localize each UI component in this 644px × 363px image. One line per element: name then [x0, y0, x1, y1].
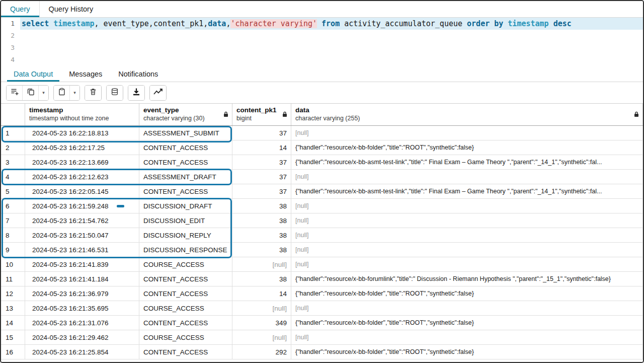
row-number-cell[interactable]: 5 — [1, 184, 25, 198]
table-row[interactable]: 112024-05-23 16:21:41.184CONTENT_ACCESS3… — [1, 272, 643, 286]
event-type-cell[interactable]: DISCUSSION_REPLY — [139, 228, 232, 242]
data-cell[interactable]: [null] — [291, 170, 643, 184]
event-type-cell[interactable]: CONTENT_ACCESS — [139, 272, 232, 286]
content-pk1-cell[interactable]: 38 — [232, 243, 291, 257]
paste-button[interactable] — [54, 86, 70, 100]
timestamp-cell[interactable]: 2024-05-23 16:21:41.839 — [25, 257, 139, 271]
event-type-cell[interactable]: CONTENT_ACCESS — [139, 286, 232, 301]
content-pk1-cell[interactable]: 14 — [232, 140, 291, 155]
event-type-cell[interactable]: DISCUSSION_EDIT — [139, 213, 232, 228]
col-header-event-type[interactable]: event_type character varying (30) — [139, 104, 232, 125]
event-type-cell[interactable]: ASSESSMENT_SUBMIT — [139, 126, 232, 140]
tab-notifications[interactable]: Notifications — [112, 66, 165, 82]
event-type-cell[interactable]: COURSE_ACCESS — [139, 330, 232, 344]
row-number-cell[interactable]: 12 — [1, 286, 25, 301]
row-number-cell[interactable]: 1 — [1, 126, 25, 140]
content-pk1-cell[interactable]: 38 — [232, 228, 291, 242]
data-cell[interactable]: [null] — [291, 243, 643, 257]
row-number-cell[interactable]: 4 — [1, 170, 25, 184]
event-type-cell[interactable]: DISCUSSION_RESPONSE — [139, 243, 232, 257]
timestamp-cell[interactable]: 2024-05-23 16:21:35.695 — [25, 301, 139, 315]
graph-visualiser-button[interactable] — [150, 86, 166, 100]
event-type-cell[interactable]: DISCUSSION_DRAFT — [139, 199, 232, 213]
copy-button[interactable] — [23, 86, 39, 100]
content-pk1-cell[interactable]: 37 — [232, 126, 291, 140]
event-type-cell[interactable]: CONTENT_ACCESS — [139, 155, 232, 169]
timestamp-cell[interactable]: 2024-05-23 16:21:29.462 — [25, 330, 139, 344]
content-pk1-cell[interactable]: [null] — [232, 330, 291, 344]
table-row[interactable]: 32024-05-23 16:22:13.669CONTENT_ACCESS37… — [1, 155, 643, 170]
content-pk1-cell[interactable]: 37 — [232, 155, 291, 169]
save-data-changes-button[interactable] — [107, 86, 123, 100]
table-row[interactable]: 92024-05-23 16:21:46.531DISCUSSION_RESPO… — [1, 243, 643, 257]
table-row[interactable]: 62024-05-23 16:21:59.248DISCUSSION_DRAFT… — [1, 199, 643, 213]
content-pk1-cell[interactable]: 37 — [232, 184, 291, 198]
tab-messages[interactable]: Messages — [62, 66, 109, 82]
paste-options-button[interactable]: ▾ — [70, 86, 79, 100]
tab-data-output[interactable]: Data Output — [7, 66, 59, 82]
timestamp-cell[interactable]: 2024-05-23 16:22:05.145 — [25, 184, 139, 198]
timestamp-cell[interactable]: 2024-05-23 16:21:59.248 — [25, 199, 139, 213]
table-row[interactable]: 102024-05-23 16:21:41.839COURSE_ACCESS[n… — [1, 257, 643, 272]
table-row[interactable]: 72024-05-23 16:21:54.762DISCUSSION_EDIT3… — [1, 213, 643, 228]
table-row[interactable]: 122024-05-23 16:21:36.979CONTENT_ACCESS1… — [1, 286, 643, 301]
event-type-cell[interactable]: CONTENT_ACCESS — [139, 316, 232, 330]
add-row-button[interactable] — [7, 86, 23, 100]
code-area[interactable]: select timestamp, event_type,content_pk1… — [20, 18, 643, 66]
event-type-cell[interactable]: ASSESSMENT_DRAFT — [139, 170, 232, 184]
content-pk1-cell[interactable]: 38 — [232, 199, 291, 213]
event-type-cell[interactable]: CONTENT_ACCESS — [139, 140, 232, 155]
timestamp-cell[interactable]: 2024-05-23 16:22:12.623 — [25, 170, 139, 184]
row-number-cell[interactable]: 8 — [1, 228, 25, 242]
row-number-cell[interactable]: 13 — [1, 301, 25, 315]
event-type-cell[interactable]: COURSE_ACCESS — [139, 301, 232, 315]
tab-query-history[interactable]: Query History — [40, 1, 103, 17]
row-number-cell[interactable]: 11 — [1, 272, 25, 286]
row-number-cell[interactable]: 3 — [1, 155, 25, 169]
timestamp-cell[interactable]: 2024-05-23 16:21:50.047 — [25, 228, 139, 242]
content-pk1-cell[interactable]: 37 — [232, 170, 291, 184]
data-cell[interactable]: {"handler":"resource/x-bb-folder","title… — [291, 345, 643, 359]
data-cell[interactable]: [null] — [291, 257, 643, 271]
row-number-header[interactable] — [1, 104, 25, 125]
row-number-cell[interactable]: 10 — [1, 257, 25, 271]
sql-code-line-3[interactable] — [20, 42, 643, 54]
sql-editor[interactable]: 1234 select timestamp, event_type,conten… — [1, 18, 643, 66]
timestamp-cell[interactable]: 2024-05-23 16:21:31.076 — [25, 316, 139, 330]
content-pk1-cell[interactable]: 292 — [232, 345, 291, 359]
table-row[interactable]: 42024-05-23 16:22:12.623ASSESSMENT_DRAFT… — [1, 170, 643, 184]
timestamp-cell[interactable]: 2024-05-23 16:21:25.854 — [25, 345, 139, 359]
data-cell[interactable]: [null] — [291, 330, 643, 344]
row-number-cell[interactable]: 6 — [1, 199, 25, 213]
data-cell[interactable]: {"handler":"resource/x-bb-asmt-test-link… — [291, 155, 643, 169]
data-cell[interactable]: [null] — [291, 199, 643, 213]
content-pk1-cell[interactable]: 38 — [232, 272, 291, 286]
save-results-to-file-button[interactable] — [128, 86, 144, 100]
table-row[interactable]: 82024-05-23 16:21:50.047DISCUSSION_REPLY… — [1, 228, 643, 243]
tab-query[interactable]: Query — [1, 1, 40, 17]
delete-row-button[interactable] — [85, 86, 101, 100]
data-cell[interactable]: [null] — [291, 126, 643, 140]
row-number-cell[interactable]: 16 — [1, 345, 25, 359]
row-number-cell[interactable]: 15 — [1, 330, 25, 344]
table-row[interactable]: 132024-05-23 16:21:35.695COURSE_ACCESS[n… — [1, 301, 643, 316]
content-pk1-cell[interactable]: 38 — [232, 213, 291, 228]
data-cell[interactable]: {"handler":"resource/x-bb-folder","title… — [291, 316, 643, 330]
event-type-cell[interactable]: COURSE_ACCESS — [139, 257, 232, 271]
row-number-cell[interactable]: 14 — [1, 316, 25, 330]
table-row[interactable]: 162024-05-23 16:21:25.854CONTENT_ACCESS2… — [1, 345, 643, 359]
col-header-timestamp[interactable]: timestamp timestamp without time zone — [25, 104, 139, 125]
data-cell[interactable]: [null] — [291, 228, 643, 242]
col-header-data[interactable]: data character varying (255) — [291, 104, 643, 125]
data-cell[interactable]: {"handler":"resource/x-bb-forumlink","ti… — [291, 272, 643, 286]
table-row[interactable]: 52024-05-23 16:22:05.145CONTENT_ACCESS37… — [1, 184, 643, 199]
content-pk1-cell[interactable]: 14 — [232, 286, 291, 301]
table-row[interactable]: 152024-05-23 16:21:29.462COURSE_ACCESS[n… — [1, 330, 643, 345]
sql-code-line-4[interactable] — [20, 54, 643, 66]
timestamp-cell[interactable]: 2024-05-23 16:21:46.531 — [25, 243, 139, 257]
col-header-content-pk1[interactable]: content_pk1 bigint — [232, 104, 291, 125]
row-number-cell[interactable]: 9 — [1, 243, 25, 257]
data-cell[interactable]: [null] — [291, 213, 643, 228]
timestamp-cell[interactable]: 2024-05-23 16:21:36.979 — [25, 286, 139, 301]
data-cell[interactable]: {"handler":"resource/x-bb-folder","title… — [291, 286, 643, 301]
